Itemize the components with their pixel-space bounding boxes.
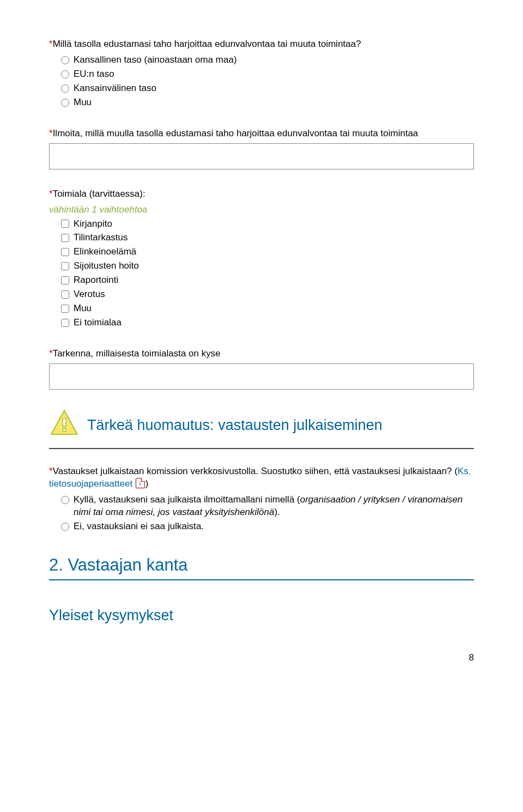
question-specify-industry: *Tarkenna, millaisesta toimialasta on ky… xyxy=(49,348,474,390)
option-label: Verotus xyxy=(74,288,474,301)
radio-option[interactable]: Kyllä, vastaukseni saa julkaista ilmoitt… xyxy=(61,494,474,519)
question-activity-level: *Millä tasolla edustamasi taho harjoitta… xyxy=(49,38,474,109)
option-label: Muu xyxy=(74,302,474,315)
question-label: *Toimiala (tarvittaessa): xyxy=(49,188,474,201)
divider xyxy=(49,579,474,580)
privacy-link-prefix: Ks. xyxy=(458,466,471,476)
checkbox-option[interactable]: Muu xyxy=(61,302,474,315)
required-marker: * xyxy=(49,348,53,359)
option-label: Kirjanpito xyxy=(74,218,474,231)
option-label: EU:n taso xyxy=(74,68,474,81)
warning-icon xyxy=(49,408,80,443)
radio-input[interactable] xyxy=(61,84,69,93)
radio-option[interactable]: Kansallinen taso (ainoastaan oma maa) xyxy=(61,54,474,66)
question-industry: *Toimiala (tarvittaessa): vähintään 1 va… xyxy=(49,188,474,329)
checkbox-input[interactable] xyxy=(61,276,69,284)
checkbox-option[interactable]: Sijoitusten hoito xyxy=(61,260,474,272)
radio-option[interactable]: Kansainvälinen taso xyxy=(61,82,474,95)
privacy-link[interactable]: tietosuojaperiaatteet xyxy=(49,478,132,489)
option-label: Tilintarkastus xyxy=(74,232,474,244)
radio-option[interactable]: Muu xyxy=(61,96,474,109)
checkbox-input[interactable] xyxy=(61,234,69,242)
option-label: Ei toimialaa xyxy=(74,317,474,329)
required-marker: * xyxy=(49,128,53,138)
question-label: *Tarkenna, millaisesta toimialasta on ky… xyxy=(49,348,474,360)
checkbox-option[interactable]: Kirjanpito xyxy=(61,218,474,231)
subsection-title: Yleiset kysymykset xyxy=(49,605,474,625)
question-publish-consent: *Vastaukset julkaistaan komission verkko… xyxy=(49,465,474,533)
svg-rect-0 xyxy=(63,418,66,427)
important-notice-heading: Tärkeä huomautus: vastausten julkaisemin… xyxy=(49,408,474,443)
divider xyxy=(49,448,474,449)
checkbox-input[interactable] xyxy=(61,262,69,270)
option-label: Muu xyxy=(74,96,474,109)
question-label: *Vastaukset julkaistaan komission verkko… xyxy=(49,465,474,490)
radio-option[interactable]: EU:n taso xyxy=(61,68,474,81)
checkbox-input[interactable] xyxy=(61,248,69,256)
option-label: Raportointi xyxy=(74,274,474,287)
hint-text: vähintään 1 vaihtoehtoa xyxy=(49,204,474,216)
radio-input[interactable] xyxy=(61,496,69,504)
notice-title: Tärkeä huomautus: vastausten julkaisemin… xyxy=(87,415,382,435)
required-marker: * xyxy=(49,39,53,49)
option-label: Kyllä, vastaukseni saa julkaista ilmoitt… xyxy=(74,494,474,519)
checkbox-option[interactable]: Raportointi xyxy=(61,274,474,287)
page-number: 8 xyxy=(49,652,474,664)
svg-point-1 xyxy=(63,428,66,432)
radio-input[interactable] xyxy=(61,56,69,64)
option-label: Kansainvälinen taso xyxy=(74,82,474,95)
checkbox-option[interactable]: Ei toimialaa xyxy=(61,317,474,329)
checkbox-input[interactable] xyxy=(61,220,69,228)
checkbox-option[interactable]: Tilintarkastus xyxy=(61,232,474,244)
radio-option[interactable]: Ei, vastauksiani ei saa julkaista. xyxy=(61,520,474,533)
question-label: *Millä tasolla edustamasi taho harjoitta… xyxy=(49,38,474,51)
checkbox-input[interactable] xyxy=(61,290,69,299)
text-input-other-level[interactable] xyxy=(49,143,474,169)
checkbox-option[interactable]: Elinkeinoelämä xyxy=(61,246,474,258)
radio-input[interactable] xyxy=(61,70,69,78)
option-label: Kansallinen taso (ainoastaan oma maa) xyxy=(74,54,474,66)
required-marker: * xyxy=(49,189,53,199)
checkbox-input[interactable] xyxy=(61,305,69,313)
option-label: Elinkeinoelämä xyxy=(74,246,474,258)
required-marker: * xyxy=(49,466,53,476)
option-label: Ei, vastauksiani ei saa julkaista. xyxy=(74,520,474,533)
pdf-icon xyxy=(136,478,145,488)
checkbox-option[interactable]: Verotus xyxy=(61,288,474,301)
question-other-level: *Ilmoita, millä muulla tasolla edustamas… xyxy=(49,128,474,169)
radio-input[interactable] xyxy=(61,523,69,531)
checkbox-input[interactable] xyxy=(61,319,69,327)
option-label: Sijoitusten hoito xyxy=(74,260,474,272)
text-input-specify-industry[interactable] xyxy=(49,363,474,390)
section-title: 2. Vastaajan kanta xyxy=(49,554,474,577)
question-label: *Ilmoita, millä muulla tasolla edustamas… xyxy=(49,128,474,140)
radio-input[interactable] xyxy=(61,99,69,107)
